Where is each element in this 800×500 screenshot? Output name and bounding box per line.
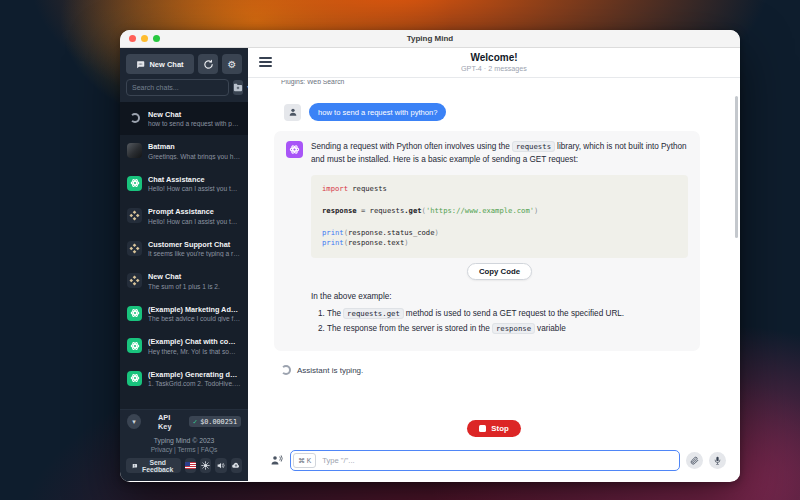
user-message-bubble[interactable]: how to send a request with python? bbox=[309, 103, 446, 121]
diamond-pattern-icon bbox=[129, 210, 140, 221]
user-message-row: how to send a request with python? bbox=[284, 103, 700, 121]
sound-toggle-button[interactable] bbox=[215, 458, 226, 473]
chat-list-item[interactable]: Prompt AssistanceHello! How can I assist… bbox=[120, 200, 248, 233]
chat-list-item[interactable]: Chat AssistanceHello! How can I assist y… bbox=[120, 167, 248, 200]
attach-file-button[interactable] bbox=[686, 452, 703, 469]
zoom-window-button[interactable] bbox=[153, 35, 160, 42]
check-icon: ✓ bbox=[193, 418, 197, 426]
brightness-icon bbox=[201, 461, 210, 470]
main-scrollbar[interactable] bbox=[735, 96, 738, 238]
chat-item-title: New Chat bbox=[148, 272, 220, 281]
chat-list-item[interactable]: (Example) Chat with comedianHey there, M… bbox=[120, 330, 248, 363]
send-feedback-label: Send Feedback bbox=[141, 459, 175, 473]
chat-item-title: Customer Support Chat bbox=[148, 240, 241, 249]
stop-label: Stop bbox=[491, 424, 508, 433]
cloud-sync-button[interactable] bbox=[231, 458, 242, 473]
language-button[interactable] bbox=[185, 458, 196, 473]
message-input-container: ⌘ K bbox=[290, 450, 680, 471]
person-icon bbox=[288, 107, 298, 117]
folder-plus-icon bbox=[233, 83, 243, 92]
chat-bubble-icon bbox=[136, 60, 145, 69]
gear-icon: ⚙ bbox=[228, 59, 237, 70]
settings-button[interactable]: ⚙ bbox=[222, 54, 242, 74]
assistant-message-card: Sending a request with Python often invo… bbox=[274, 131, 700, 351]
message-input[interactable] bbox=[316, 456, 677, 465]
chat-list-item[interactable]: (Example) Generating domain na...1. Task… bbox=[120, 362, 248, 395]
chat-list-item[interactable]: BatmanGreetings. What brings you here in… bbox=[120, 135, 248, 168]
footer-links[interactable]: Privacy | Terms | FAQs bbox=[126, 446, 242, 453]
chat-subtitle: GPT-4 · 2 messages bbox=[461, 64, 527, 73]
copyright-text: Typing Mind © 2023 bbox=[126, 437, 242, 444]
chat-item-preview: It seems like you're typing a random s..… bbox=[148, 250, 241, 257]
user-avatar bbox=[284, 104, 301, 121]
code-line: print(response.text) bbox=[322, 238, 677, 249]
sidebar-footer: Typing Mind © 2023 Privacy | Terms | FAQ… bbox=[120, 433, 248, 481]
reload-button[interactable] bbox=[198, 54, 218, 74]
copy-code-button[interactable]: Copy Code bbox=[467, 263, 532, 280]
chat-item-title: (Example) Marketing Advice bbox=[148, 305, 241, 314]
spinner-icon bbox=[281, 365, 291, 375]
chat-list-item[interactable]: (Example) Marketing AdviceThe best advic… bbox=[120, 297, 248, 330]
traffic-lights bbox=[129, 30, 160, 47]
composer: Stop ⌘ K bbox=[248, 420, 740, 481]
chat-list-item[interactable]: New ChatThe sum of 1 plus 1 is 2. bbox=[120, 265, 248, 298]
theme-toggle-button[interactable] bbox=[200, 458, 211, 473]
openai-icon bbox=[130, 178, 140, 188]
diamond-icon bbox=[127, 241, 142, 256]
close-window-button[interactable] bbox=[129, 35, 136, 42]
new-folder-button[interactable] bbox=[233, 80, 243, 95]
code-line: response = requests.get('https://www.exa… bbox=[322, 206, 677, 217]
character-voice-button[interactable] bbox=[268, 453, 284, 469]
openai-icon bbox=[289, 144, 300, 155]
code-line: print(response.status_code) bbox=[322, 228, 677, 239]
voice-input-button[interactable] bbox=[709, 452, 726, 469]
chat-item-title: New Chat bbox=[148, 110, 241, 119]
chevron-down-icon: ▾ bbox=[132, 418, 136, 426]
chat-title: Welcome! bbox=[470, 52, 517, 63]
chat-list-item[interactable]: Customer Support ChatIt seems like you'r… bbox=[120, 232, 248, 265]
typing-text: Assistant is typing. bbox=[297, 366, 363, 375]
chat-item-preview: The best advice I could give for marke..… bbox=[148, 315, 241, 322]
chat-item-title: Prompt Assistance bbox=[148, 207, 241, 216]
search-input[interactable] bbox=[126, 79, 229, 96]
spinner-icon bbox=[127, 111, 142, 126]
chat-item-preview: Hello! How can I assist you today? bbox=[148, 218, 241, 225]
openai-icon bbox=[130, 341, 140, 351]
plugins-label: Plugins: Web Search bbox=[281, 80, 700, 88]
chat-scroll-area: Plugins: Web Search how to send a reques… bbox=[248, 78, 740, 420]
new-chat-label: New Chat bbox=[149, 60, 183, 69]
typing-indicator: Assistant is typing. bbox=[281, 365, 700, 375]
example-list-item: Therequests.getmethod is used to send a … bbox=[327, 309, 688, 318]
inline-code: requests bbox=[512, 141, 555, 152]
batman-icon bbox=[127, 143, 142, 158]
chat-list-item[interactable]: New Chathow to send a request with pytho… bbox=[120, 102, 248, 135]
chat-item-preview: how to send a request with python? bbox=[148, 120, 241, 127]
send-feedback-button[interactable]: Send Feedback bbox=[126, 458, 181, 473]
chat-item-title: Batman bbox=[148, 142, 241, 151]
titlebar: Typing Mind bbox=[120, 30, 740, 48]
code-line: import requests bbox=[322, 184, 677, 195]
api-key-badge[interactable]: ✓ $0.000251 bbox=[189, 416, 241, 427]
feedback-icon bbox=[132, 462, 138, 470]
new-chat-button[interactable]: New Chat bbox=[126, 54, 194, 74]
assistant-avatar bbox=[286, 141, 303, 158]
api-key-row: ▾ API Key ✓ $0.000251 bbox=[120, 409, 248, 433]
openai-icon bbox=[130, 308, 140, 318]
example-heading: In the above example: bbox=[311, 292, 688, 301]
microphone-icon bbox=[713, 456, 722, 465]
main-panel: Welcome! GPT-4 · 2 messages Plugins: Web… bbox=[248, 48, 740, 481]
stop-icon bbox=[479, 425, 486, 432]
stop-button[interactable]: Stop bbox=[467, 420, 520, 437]
keyboard-shortcut-chip: ⌘ K bbox=[293, 453, 316, 468]
sidebar: New Chat ⚙ ▾ New Chathow to send a reque… bbox=[120, 48, 248, 481]
inline-code: response bbox=[492, 323, 535, 334]
openai-icon bbox=[127, 306, 142, 321]
minimize-window-button[interactable] bbox=[141, 35, 148, 42]
code-block[interactable]: import requests response = requests.get(… bbox=[311, 175, 688, 258]
chat-header: Welcome! GPT-4 · 2 messages bbox=[248, 48, 740, 78]
diamond-pattern-icon bbox=[129, 275, 140, 286]
example-list-item: The response from the server is stored i… bbox=[327, 324, 688, 333]
menu-icon[interactable] bbox=[259, 57, 272, 67]
collapse-sidebar-button[interactable]: ▾ bbox=[127, 414, 141, 429]
chat-item-preview: 1. TaskGrid.com 2. TodoHive.com 3. Ta... bbox=[148, 380, 241, 387]
